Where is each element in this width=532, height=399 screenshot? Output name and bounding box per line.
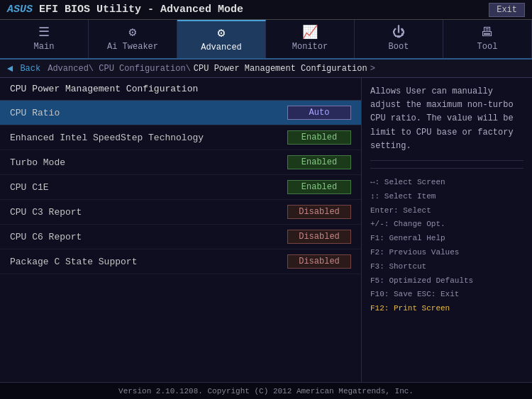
shortcut-item: Enter: Select — [370, 204, 523, 218]
config-row-turbo-mode[interactable]: Turbo ModeEnabled — [0, 150, 361, 175]
ai-tweaker-tab-icon: ⚙ — [129, 26, 137, 39]
config-value-cpu-ratio[interactable]: Auto — [287, 106, 351, 120]
footer-text: Version 2.10.1208. Copyright (C) 2012 Am… — [118, 387, 414, 395]
back-button[interactable]: Back — [20, 64, 40, 74]
config-label-turbo-mode: Turbo Mode — [10, 157, 287, 168]
footer: Version 2.10.1208. Copyright (C) 2012 Am… — [0, 382, 532, 399]
advanced-tab-icon: ⚙ — [218, 27, 226, 40]
shortcut-item: F5: Optimized Defaults — [370, 274, 523, 288]
shortcuts-list: ↔: Select Screen↕: Select ItemEnter: Sel… — [370, 176, 523, 316]
shortcut-item: ↕: Select Item — [370, 190, 523, 204]
exit-button[interactable]: Exit — [489, 3, 525, 17]
config-label-package-c-state: Package C State Support — [10, 257, 287, 267]
config-row-cpu-c3-report[interactable]: CPU C3 ReportDisabled — [0, 200, 361, 225]
shortcut-item: ↔: Select Screen — [370, 176, 523, 190]
brand-name: ASUS — [7, 4, 33, 16]
config-value-cpu-c1e[interactable]: Enabled — [287, 180, 351, 194]
config-label-speedstep: Enhanced Intel SpeedStep Technology — [10, 133, 287, 143]
config-row-speedstep[interactable]: Enhanced Intel SpeedStep TechnologyEnabl… — [0, 125, 361, 150]
tab-main[interactable]: ☰Main — [0, 20, 89, 58]
header-title: ASUS EFI BIOS Utility - Advanced Mode — [7, 4, 243, 16]
config-value-cpu-c3-report[interactable]: Disabled — [287, 205, 351, 219]
right-panel: Allows User can manually adjust the maxi… — [362, 78, 532, 382]
tab-tool[interactable]: 🖶Tool — [443, 20, 532, 58]
config-list: CPU RatioAutoEnhanced Intel SpeedStep Te… — [0, 101, 361, 274]
main-tab-label: Main — [34, 42, 55, 52]
config-row-cpu-c1e[interactable]: CPU C1EEnabled — [0, 175, 361, 200]
monitor-tab-label: Monitor — [292, 42, 328, 52]
divider — [370, 168, 523, 169]
config-label-cpu-c6-report: CPU C6 Report — [10, 232, 287, 242]
breadcrumb: ◄ Back Advanced\ CPU Configuration\ CPU … — [0, 60, 532, 78]
config-label-cpu-c3-report: CPU C3 Report — [10, 207, 287, 218]
shortcut-item: F3: Shortcut — [370, 260, 523, 274]
tab-monitor[interactable]: 📈Monitor — [266, 20, 355, 58]
config-row-package-c-state[interactable]: Package C State SupportDisabled — [0, 249, 361, 274]
section-title: CPU Power Management Configuration — [0, 78, 361, 101]
shortcut-item: F2: Previous Values — [370, 246, 523, 260]
breadcrumb-path: Advanced\ CPU Configuration\ — [48, 64, 191, 74]
breadcrumb-arrow: > — [370, 64, 375, 74]
config-value-cpu-c6-report[interactable]: Disabled — [287, 230, 351, 244]
tab-advanced[interactable]: ⚙Advanced — [177, 20, 266, 58]
config-row-cpu-ratio[interactable]: CPU RatioAuto — [0, 101, 361, 125]
config-value-speedstep[interactable]: Enabled — [287, 130, 351, 145]
main-tab-icon: ☰ — [38, 26, 50, 39]
main-content: CPU Power Management Configuration CPU R… — [0, 78, 532, 382]
tab-ai-tweaker[interactable]: ⚙Ai Tweaker — [89, 20, 177, 58]
header: ASUS EFI BIOS Utility - Advanced Mode Ex… — [0, 0, 532, 20]
tool-tab-icon: 🖶 — [481, 26, 494, 39]
shortcut-item: F10: Save ESC: Exit — [370, 288, 523, 302]
config-row-cpu-c6-report[interactable]: CPU C6 ReportDisabled — [0, 225, 361, 249]
back-arrow-icon: ◄ — [7, 63, 13, 74]
left-panel: CPU Power Management Configuration CPU R… — [0, 78, 362, 382]
shortcut-item: +/-: Change Opt. — [370, 218, 523, 232]
header-subtitle: EFI BIOS Utility - Advanced Mode — [33, 4, 243, 16]
ai-tweaker-tab-label: Ai Tweaker — [107, 42, 158, 52]
nav-tabs: ☰Main⚙Ai Tweaker⚙Advanced📈Monitor⏻Boot🖶T… — [0, 20, 532, 60]
help-text: Allows User can manually adjust the maxi… — [370, 85, 523, 161]
config-label-cpu-c1e: CPU C1E — [10, 182, 287, 193]
tool-tab-label: Tool — [477, 42, 498, 52]
config-label-cpu-ratio: CPU Ratio — [10, 108, 287, 118]
shortcut-key: F12: Print Screen — [370, 304, 450, 313]
shortcut-item: F1: General Help — [370, 232, 523, 246]
breadcrumb-current: CPU Power Management Configuration — [194, 64, 367, 74]
advanced-tab-label: Advanced — [201, 43, 242, 52]
shortcut-item: F12: Print Screen — [370, 302, 523, 316]
config-value-turbo-mode[interactable]: Enabled — [287, 155, 351, 169]
config-value-package-c-state[interactable]: Disabled — [287, 254, 351, 269]
monitor-tab-icon: 📈 — [302, 26, 318, 39]
tab-boot[interactable]: ⏻Boot — [355, 20, 443, 58]
boot-tab-label: Boot — [389, 42, 409, 52]
boot-tab-icon: ⏻ — [392, 26, 405, 39]
